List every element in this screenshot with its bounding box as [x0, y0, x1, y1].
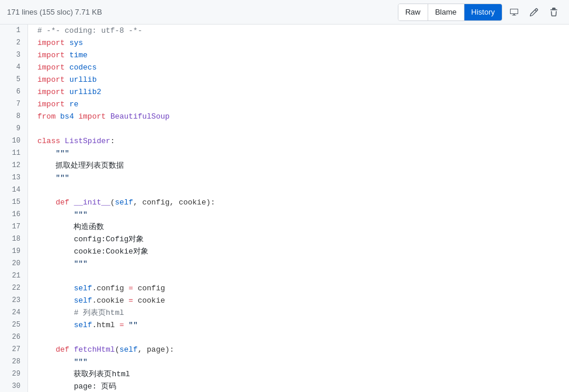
- line-number: 9: [0, 123, 27, 135]
- line-number: 15: [0, 196, 27, 209]
- code-line: self.config = config: [37, 282, 569, 294]
- line-number: 4: [0, 61, 27, 74]
- line-number: 12: [0, 159, 27, 172]
- edit-button[interactable]: [526, 5, 542, 19]
- line-number: 3: [0, 49, 27, 61]
- line-number: 10: [0, 135, 27, 147]
- line-number: 6: [0, 86, 27, 98]
- code-line: [37, 123, 569, 135]
- line-number: 28: [0, 356, 27, 368]
- code-line: import codecs: [37, 61, 569, 74]
- code-line: import re: [37, 98, 569, 110]
- file-meta: 171 lines (155 sloc) 7.71 KB: [7, 8, 102, 16]
- code-line: """: [37, 258, 569, 270]
- raw-button[interactable]: Raw: [398, 4, 428, 20]
- line-number: 22: [0, 282, 27, 294]
- code-line: page: 页码: [37, 380, 569, 392]
- code-line: def fetchHtml(self, page):: [37, 344, 569, 356]
- code-line: 获取列表页html: [37, 368, 569, 380]
- line-number: 27: [0, 344, 27, 356]
- code-line: [37, 270, 569, 282]
- line-number: 20: [0, 258, 27, 270]
- line-number: 16: [0, 209, 27, 221]
- header-actions: Raw Blame History: [398, 4, 562, 21]
- code-line: import time: [37, 49, 569, 61]
- code-line: from bs4 import BeautifulSoup: [37, 110, 569, 123]
- line-number: 13: [0, 172, 27, 184]
- monitor-button[interactable]: [506, 5, 522, 19]
- code-line: import urllib2: [37, 86, 569, 98]
- code-line: """: [37, 209, 569, 221]
- line-number: 30: [0, 380, 27, 392]
- line-number: 25: [0, 319, 27, 331]
- blame-button[interactable]: Blame: [428, 4, 464, 20]
- line-number: 1: [0, 25, 27, 37]
- history-button[interactable]: History: [464, 4, 502, 20]
- code-line: """: [37, 147, 569, 159]
- line-number: 29: [0, 368, 27, 380]
- line-number: 24: [0, 307, 27, 319]
- code-line: cookie:Cookie对象: [37, 245, 569, 258]
- code-line: # 列表页html: [37, 307, 569, 319]
- line-number: 7: [0, 98, 27, 110]
- code-line: class ListSpider:: [37, 135, 569, 147]
- code-line: [37, 184, 569, 196]
- line-number: 17: [0, 221, 27, 233]
- header-bar: 171 lines (155 sloc) 7.71 KB Raw Blame H…: [0, 0, 569, 25]
- line-number: 23: [0, 294, 27, 307]
- code-line: self.cookie = cookie: [37, 294, 569, 307]
- code-line: import sys: [37, 37, 569, 49]
- code-line: """: [37, 356, 569, 368]
- view-button-group: Raw Blame History: [398, 4, 502, 21]
- line-number: 5: [0, 74, 27, 86]
- line-number: 26: [0, 331, 27, 344]
- code-line: # -*- coding: utf-8 -*-: [37, 25, 569, 37]
- code-line: def __init__(self, config, cookie):: [37, 196, 569, 209]
- code-line: 抓取处理列表页数据: [37, 159, 569, 172]
- line-number: 8: [0, 110, 27, 123]
- line-number: 21: [0, 270, 27, 282]
- line-number: 11: [0, 147, 27, 159]
- line-numbers: 1234567891011121314151617181920212223242…: [0, 25, 28, 392]
- code-line: config:Cofig对象: [37, 233, 569, 245]
- line-number: 18: [0, 233, 27, 245]
- code-container: 1234567891011121314151617181920212223242…: [0, 25, 569, 392]
- delete-button[interactable]: [546, 5, 562, 19]
- code-line: """: [37, 172, 569, 184]
- line-number: 19: [0, 245, 27, 258]
- code-line: self.html = "": [37, 319, 569, 331]
- code-line: [37, 331, 569, 344]
- line-number: 2: [0, 37, 27, 49]
- code-line: import urllib: [37, 74, 569, 86]
- code-line: 构造函数: [37, 221, 569, 233]
- code-lines: # -*- coding: utf-8 -*-import sysimport …: [28, 25, 569, 392]
- line-number: 14: [0, 184, 27, 196]
